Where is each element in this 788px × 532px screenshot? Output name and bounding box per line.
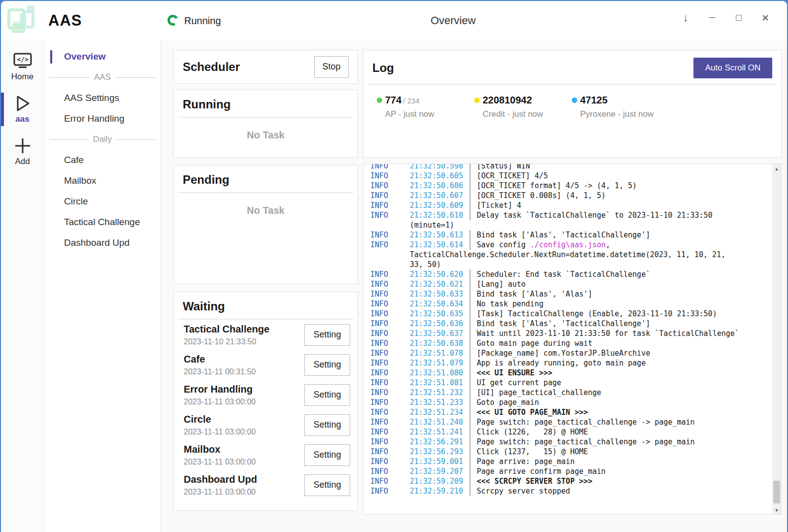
log-level: INFO <box>370 200 410 210</box>
stat-value-row: 220810942 <box>483 95 543 106</box>
nav-item-circle[interactable]: Circle <box>44 191 161 212</box>
running-title: Running <box>183 98 230 111</box>
log-line: INFO21:32:51.240Page switch: page_tactic… <box>370 417 781 427</box>
log-message: No task pending <box>470 299 543 309</box>
log-message-part: UI get current page <box>477 378 561 387</box>
log-timestamp: 21:32:51.080 <box>410 368 470 378</box>
log-message: [Status] WIN <box>470 164 530 171</box>
svg-text:</>: </> <box>17 56 29 63</box>
log-message: <<< SCRCPY SERVER STOP >>> <box>470 476 592 486</box>
nav-item-overview[interactable]: Overview <box>44 46 161 67</box>
stop-button[interactable]: Stop <box>314 56 349 78</box>
log-message: [OCR_TICKET 0.008s] (4, 1, 5) <box>470 191 606 200</box>
task-setting-button[interactable]: Setting <box>304 324 350 346</box>
log-level: INFO <box>370 240 410 250</box>
log-level: INFO <box>370 447 410 457</box>
task-name: Mailbox <box>184 444 256 455</box>
task-setting-button[interactable]: Setting <box>304 414 350 436</box>
stat-value-row: 774/ 234 <box>385 95 434 106</box>
log-message-part: , <box>606 240 610 249</box>
pending-header: Pending <box>174 166 358 192</box>
log-line: INFO21:32:50.609[Ticket] 4 <box>370 200 781 210</box>
scroll-up-arrow-icon[interactable]: ▲ <box>772 165 781 173</box>
task-setting-button[interactable]: Setting <box>304 354 350 376</box>
window-title: Overview <box>430 14 476 27</box>
log-level: INFO <box>370 398 410 407</box>
log-level <box>370 220 410 230</box>
task-setting-button[interactable]: Setting <box>304 444 350 466</box>
waiting-task-row: Error Handling2023-11-11 03:00:00Setting <box>174 380 358 410</box>
log-line: INFO21:32:59.210Scrcpy server stopped <box>370 486 781 496</box>
log-message-part: App is already running, goto main page <box>477 359 646 367</box>
log-timestamp: 21:32:51.234 <box>410 407 470 417</box>
log-timestamp: 21:32:56.291 <box>410 437 470 447</box>
log-view[interactable]: INFO21:32:50.598[Status] WININFO21:32:50… <box>363 164 782 515</box>
scroll-down-arrow-icon[interactable]: ▼ <box>772 506 781 514</box>
log-line: INFO21:32:59.207Page arrive confirm page… <box>370 466 781 476</box>
log-timestamp: 21:32:50.620 <box>410 269 470 279</box>
log-line: INFO21:32:50.638Goto main page during wa… <box>370 338 781 348</box>
log-message: Bind task ['Alas', 'TacticalChallenge'] <box>470 319 650 329</box>
log-message: TacticalChallenge.Scheduler.NextRun=date… <box>410 250 725 260</box>
log-level: INFO <box>370 210 410 220</box>
log-level: INFO <box>370 329 410 338</box>
log-message: Page arrive confirm page_main <box>470 466 606 476</box>
log-line: INFO21:32:50.606[OCR_TICKET format] 4/5 … <box>370 181 781 191</box>
rail-item-aas[interactable]: aas <box>1 94 44 124</box>
log-line: INFO21:32:51.234<<< UI GOTO PAGE_MAIN >>… <box>370 407 781 417</box>
stat-dot-icon <box>377 98 382 103</box>
nav-item-dashboard-upd[interactable]: Dashboard Upd <box>44 233 161 253</box>
task-info: Mailbox2023-11-11 03:00:00 <box>184 444 256 466</box>
scrollbar-thumb[interactable] <box>773 481 780 503</box>
log-message-part: Save config <box>477 240 530 249</box>
task-info: Tactical Challenge2023-11-10 21:33:50 <box>184 324 269 346</box>
divider-line <box>49 77 90 78</box>
log-message: 33, 50) <box>410 260 441 269</box>
task-next-run-time: 2023-11-11 03:00:00 <box>184 428 256 436</box>
log-timestamp: 21:32:50.637 <box>410 329 470 338</box>
log-line: INFO21:32:50.598[Status] WIN <box>370 164 781 171</box>
rail-item-home[interactable]: </>Home <box>1 51 44 82</box>
nav-item-mailbox[interactable]: Mailbox <box>44 170 161 191</box>
log-message-part: Delay task `TacticalChallenge` to 2023-1… <box>477 211 713 220</box>
task-info: Circle2023-11-11 03:00:00 <box>184 414 256 436</box>
task-name: Dashboard Upd <box>184 474 257 485</box>
log-message: Scheduler: End task `TacticalChallenge` <box>470 269 650 279</box>
running-header: Running <box>174 90 358 117</box>
task-setting-button[interactable]: Setting <box>304 474 350 496</box>
log-level: INFO <box>370 230 410 240</box>
task-setting-button[interactable]: Setting <box>304 384 350 406</box>
log-message: Bind task ['Alas', 'TacticalChallenge'] <box>470 230 650 240</box>
log-scrollbar[interactable]: ▲ ▼ <box>772 164 781 514</box>
log-timestamp: 21:32:50.605 <box>410 171 470 181</box>
nav-item-cafe[interactable]: Cafe <box>44 150 161 170</box>
log-message: Bind task ['Alas', 'Alas'] <box>470 289 592 299</box>
log-message-part: Page switch: page_tactical_challenge -> … <box>477 418 695 427</box>
log-timestamp: 21:32:51.232 <box>410 388 470 398</box>
log-message: [Package_name] com.YostarJP.BlueArchive <box>470 348 650 358</box>
log-timestamp: 21:32:51.078 <box>410 348 470 358</box>
log-level: INFO <box>370 457 410 466</box>
nav-item-aas-settings[interactable]: AAS Settings <box>44 88 161 108</box>
nav-item-tactical-challenge[interactable]: Tactical Challenge <box>44 212 161 233</box>
log-line: TacticalChallenge.Scheduler.NextRun=date… <box>370 250 781 260</box>
minimize-button[interactable]: ─ <box>701 7 723 29</box>
maximize-button[interactable]: □ <box>728 7 750 29</box>
log-level <box>370 250 410 260</box>
close-button[interactable]: ✕ <box>755 7 776 29</box>
log-timestamp: 21:32:50.598 <box>410 164 470 171</box>
log-line: INFO21:32:51.080<<< UI ENSURE >>> <box>370 368 781 378</box>
nav-section-divider-daily: Daily <box>44 129 161 150</box>
waiting-task-row: Dashboard Upd2023-11-11 03:00:00Setting <box>174 470 358 500</box>
rail-item-add[interactable]: Add <box>1 136 44 166</box>
log-level: INFO <box>370 476 410 486</box>
log-line: INFO21:32:50.637Wait until 2023-11-10 21… <box>370 329 781 338</box>
download-button[interactable]: ↓ <box>675 7 696 29</box>
nav-item-error-handling[interactable]: Error Handling <box>44 108 161 129</box>
log-message-part: ./config\aas.json <box>530 240 606 249</box>
auto-scroll-button[interactable]: Auto Scroll ON <box>693 58 772 78</box>
log-message: Click (1226, 28) @ HOME <box>470 427 588 437</box>
scheduler-title: Scheduler <box>183 60 240 74</box>
log-level: INFO <box>370 348 410 358</box>
log-timestamp: 21:32:50.633 <box>410 289 470 299</box>
